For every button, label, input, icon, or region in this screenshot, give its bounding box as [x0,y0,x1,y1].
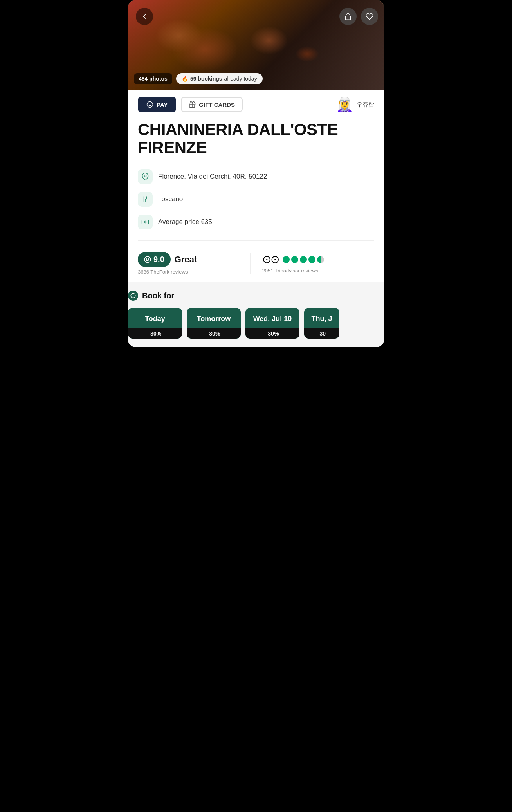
chevron-left-icon [141,13,148,20]
avatar-section: 🧝‍♀️ 우쥬랍 [336,97,374,112]
date-button-1[interactable]: Tomorrow-30% [187,308,241,339]
tripadvisor-rating: ⊙⊙ 2051 Tripadvisor reviews [250,253,375,274]
pay-button[interactable]: PAY [138,97,176,112]
pay-icon [146,101,153,108]
thefork-rating: 9.0 Great 3686 TheFork reviews [138,252,250,275]
address-row: Florence, Via dei Cerchi, 40R, 50122 [138,165,374,188]
utensils-icon [141,195,149,203]
date-discount-0: -30% [128,328,182,339]
thefork-logo-icon [144,256,151,263]
svg-point-12 [131,294,135,298]
book-icon-container [128,291,138,301]
date-label-2: Wed, Jul 10 [245,308,299,328]
ta-dot-2 [300,256,307,263]
location-icon-container [138,169,153,184]
ta-header: ⊙⊙ [262,253,324,266]
tripadvisor-owl-icon: ⊙⊙ [262,253,279,266]
date-discount-2: -30% [245,328,299,339]
photos-badge[interactable]: 484 photos [134,73,172,84]
svg-point-11 [145,256,151,262]
date-button-2[interactable]: Wed, Jul 10-30% [245,308,299,339]
favorite-button[interactable] [361,8,378,25]
hero-section: 484 photos 🔥 59 bookings already today [128,0,384,90]
phone-wrapper: 484 photos 🔥 59 bookings already today P… [128,0,384,347]
divider-1 [138,240,374,241]
svg-point-8 [144,221,146,223]
avatar: 🧝‍♀️ [336,97,353,112]
book-section: Book for Today-30%Tomorrow-30%Wed, Jul 1… [128,282,384,347]
action-bar: PAY GIFT CARDS 🧝‍♀️ 우쥬랍 [138,90,374,116]
thefork-score: 9.0 Great [138,252,197,267]
price-icon [141,218,149,226]
score-badge: 9.0 [138,252,171,267]
gift-cards-button[interactable]: GIFT CARDS [181,97,243,112]
heart-icon [366,13,373,20]
cuisine-row: Toscano [138,188,374,211]
restaurant-name: CHIANINERIA DALL'OSTE FIRENZE [138,121,374,157]
svg-point-0 [147,102,153,108]
ta-dot-4 [317,256,324,263]
ta-dot-3 [308,256,315,263]
date-label-0: Today [128,308,182,328]
date-discount-3: -30 [304,328,339,339]
content-area: PAY GIFT CARDS 🧝‍♀️ 우쥬랍 CHIANINERIA DALL… [128,90,384,282]
ta-dots [283,256,324,263]
back-button[interactable] [136,8,153,25]
svg-point-4 [144,175,146,177]
share-icon [344,13,352,20]
date-label-3: Thu, J [304,308,339,328]
hero-overlays: 484 photos 🔥 59 bookings already today [134,73,263,84]
date-button-0[interactable]: Today-30% [128,308,182,339]
book-title: Book for [128,291,384,301]
date-button-3[interactable]: Thu, J-30 [304,308,339,339]
price-icon-container [138,215,153,229]
date-discount-1: -30% [187,328,241,339]
price-row: Average price €35 [138,211,374,233]
svg-rect-7 [142,220,149,224]
bookings-badge: 🔥 59 bookings already today [176,73,263,84]
info-rows: Florence, Via dei Cerchi, 40R, 50122 Tos… [138,165,374,233]
date-buttons: Today-30%Tomorrow-30%Wed, Jul 10-30%Thu,… [128,308,384,339]
location-icon [141,173,149,180]
ta-dot-1 [291,256,298,263]
share-button[interactable] [339,8,357,25]
ta-dot-0 [283,256,290,263]
utensils-icon-container [138,192,153,207]
fork-brand-icon [130,293,136,298]
gift-icon [189,101,196,108]
ratings-row: 9.0 Great 3686 TheFork reviews ⊙⊙ 2051 T… [138,248,374,282]
ta-block: ⊙⊙ 2051 Tripadvisor reviews [262,253,324,274]
date-label-1: Tomorrow [187,308,241,328]
